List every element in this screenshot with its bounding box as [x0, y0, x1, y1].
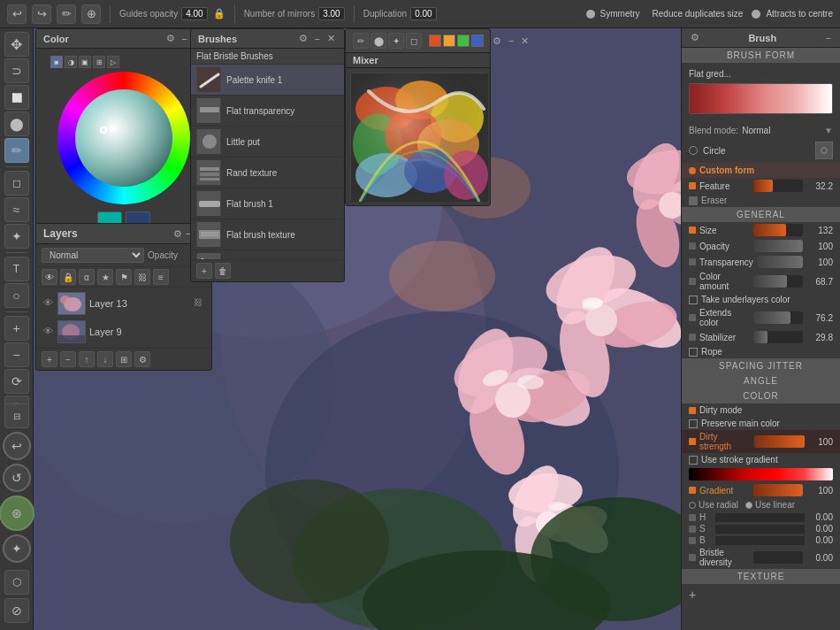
mixer-swatch3[interactable]: [457, 35, 470, 47]
mixer-fill-btn[interactable]: ⬤: [370, 33, 386, 49]
mixer-brush-btn[interactable]: ✏: [353, 33, 369, 49]
layer-flag-btn[interactable]: ⚑: [116, 269, 132, 285]
merge-layers-button[interactable]: ⊞: [116, 351, 132, 367]
brush-item[interactable]: Little put: [191, 127, 344, 158]
brush-item[interactable]: Flat brush texture: [191, 219, 344, 250]
mixer-close-button[interactable]: ✕: [519, 35, 531, 47]
b-bar[interactable]: [715, 536, 805, 545]
lock-icon[interactable]: 🔒: [213, 8, 225, 19]
symmetry-tool-button[interactable]: ⊕: [81, 4, 101, 24]
stabilizer-bar[interactable]: [753, 331, 804, 343]
brush-settings-minimize[interactable]: −: [824, 33, 833, 43]
brush-item[interactable]: Flat brush 1: [191, 188, 344, 219]
layer-item[interactable]: 👁 Layer 9: [36, 318, 211, 346]
eyedropper-button[interactable]: ✦: [3, 534, 31, 563]
color-minimize-button[interactable]: −: [180, 34, 189, 44]
layer-lock-btn[interactable]: 🔒: [60, 269, 76, 285]
brush-tool-button[interactable]: ✏: [57, 4, 76, 24]
brushes-close-button[interactable]: ✕: [325, 33, 337, 44]
smudge-button[interactable]: ≈: [4, 197, 29, 222]
color-mode-btn3[interactable]: ▣: [79, 56, 91, 68]
use-linear-option[interactable]: Use linear: [745, 500, 795, 510]
undo-button[interactable]: ↩: [7, 4, 27, 24]
bristle-bar[interactable]: [753, 551, 804, 564]
blend-mode-select[interactable]: Normal Multiply Screen: [42, 248, 144, 263]
take-underlayers-checkbox[interactable]: [689, 296, 698, 304]
layer-link-btn[interactable]: ⛓: [134, 269, 150, 285]
transform-button[interactable]: ⬜: [4, 85, 29, 110]
stamp-button[interactable]: ⬡: [4, 570, 29, 595]
shape-button[interactable]: ○: [4, 283, 29, 308]
layer-alpha-btn[interactable]: α: [79, 269, 95, 285]
redo-button[interactable]: ↪: [32, 4, 51, 24]
zoom-out-button[interactable]: −: [4, 342, 29, 367]
stroke-gradient-checkbox[interactable]: [689, 456, 698, 465]
layer-down-button[interactable]: ↓: [97, 351, 113, 367]
add-brush-button[interactable]: +: [196, 263, 212, 279]
brush-item[interactable]: Rand texture: [191, 158, 344, 188]
text-button[interactable]: T: [4, 257, 29, 281]
add-layer-button[interactable]: +: [42, 351, 57, 367]
layers-settings-button[interactable]: ⚙: [172, 228, 184, 240]
layer-eye-icon2[interactable]: 👁: [42, 326, 54, 338]
layer-link-icon[interactable]: ⛓: [194, 297, 206, 310]
color-mode-btn2[interactable]: ◑: [65, 56, 77, 68]
color-settings-button[interactable]: ⚙: [164, 33, 177, 44]
rope-checkbox[interactable]: [689, 348, 698, 357]
mixer-dropper-btn[interactable]: ✦: [388, 33, 404, 49]
layer-sort-btn[interactable]: ≡: [153, 269, 169, 285]
layer-eye-icon[interactable]: 👁: [42, 297, 54, 310]
transparency-bar[interactable]: [757, 256, 803, 268]
brush-item[interactable]: Flat transparency: [191, 96, 344, 127]
add-texture-button[interactable]: +: [689, 588, 696, 602]
eraser-button[interactable]: ◻: [4, 171, 29, 196]
color-mode-btn5[interactable]: ▷: [107, 56, 119, 68]
preserve-main-checkbox[interactable]: [689, 419, 698, 428]
mixer-settings-button[interactable]: ⚙: [491, 35, 503, 47]
size-bar[interactable]: [753, 224, 804, 236]
rotate-button[interactable]: ⟳: [4, 369, 29, 394]
mixer-minimize-button[interactable]: −: [507, 35, 515, 46]
color-amount-bar[interactable]: [753, 275, 804, 288]
mixer-swatch4[interactable]: [471, 35, 484, 47]
mixer-swatch2[interactable]: [443, 35, 455, 47]
brushes-settings-button[interactable]: ⚙: [297, 33, 309, 44]
s-bar[interactable]: [715, 525, 805, 534]
move-tool-button[interactable]: ✥: [4, 32, 29, 57]
guides-opacity-value[interactable]: 4.00: [181, 7, 207, 20]
undo-circle-button[interactable]: ↩: [3, 432, 31, 460]
rotate-canvas-button[interactable]: ↺: [3, 464, 31, 492]
dirty-strength-bar[interactable]: [754, 435, 806, 448]
circle-radio[interactable]: [689, 146, 698, 155]
mirrors-value[interactable]: 3.00: [318, 7, 344, 20]
layer-up-button[interactable]: ↑: [79, 351, 95, 367]
color-wheel-button[interactable]: ⊛: [0, 496, 34, 531]
hex-pattern-button[interactable]: ⬡: [815, 142, 833, 159]
extends-color-bar[interactable]: [753, 311, 804, 324]
brushes-minimize-button[interactable]: −: [313, 34, 322, 44]
color-mode-btn1[interactable]: ■: [50, 56, 63, 68]
delete-layer-button[interactable]: −: [60, 351, 76, 367]
color-mode-btn4[interactable]: ⊞: [93, 56, 105, 68]
zoom-in-button[interactable]: +: [4, 316, 29, 341]
blend-mode-arrow[interactable]: ▼: [824, 126, 833, 135]
gradient-bar-container[interactable]: [753, 484, 804, 496]
airbrush-button[interactable]: ⊘: [4, 598, 29, 623]
opacity-bar[interactable]: [753, 240, 804, 252]
layers-toggle-button[interactable]: ⊟: [4, 403, 29, 428]
duplication-value[interactable]: 0.00: [410, 7, 436, 20]
delete-brush-button[interactable]: 🗑: [215, 263, 231, 279]
mixer-eraser-btn[interactable]: ◻: [406, 33, 422, 49]
brush-item[interactable]: Palette knife 1: [191, 65, 344, 96]
color-wheel[interactable]: [57, 72, 190, 204]
layer-star-btn[interactable]: ★: [97, 269, 113, 285]
h-bar[interactable]: [715, 513, 805, 522]
layer-item[interactable]: 👁 Layer 13 ⛓: [36, 289, 211, 318]
mixer-canvas[interactable]: [350, 73, 487, 201]
layer-eye-btn[interactable]: 👁: [42, 269, 57, 285]
color-picker-button[interactable]: ✦: [4, 224, 29, 249]
feature-bar[interactable]: [753, 180, 804, 192]
lasso-tool-button[interactable]: ⊃: [4, 58, 29, 83]
layer-settings-button[interactable]: ⚙: [134, 351, 150, 367]
brush-settings-gear[interactable]: ⚙: [689, 32, 701, 43]
